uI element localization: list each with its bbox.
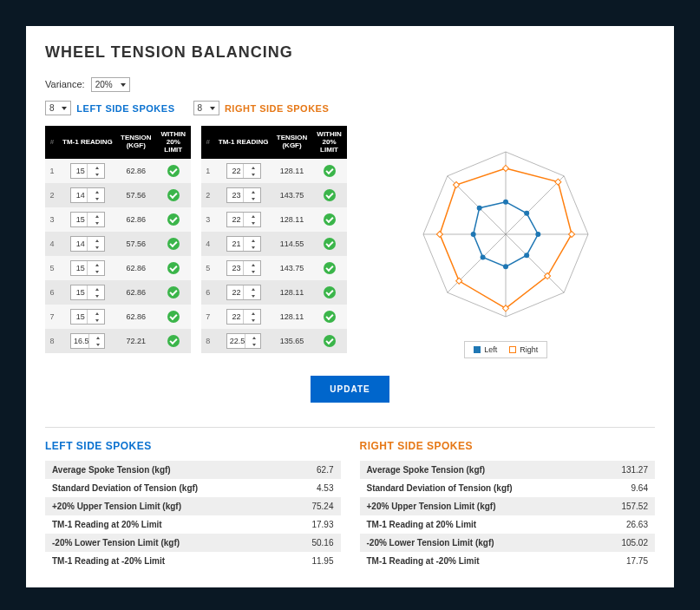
- stepper-up-icon[interactable]: [246, 237, 260, 244]
- svg-point-19: [524, 253, 529, 258]
- chevron-down-icon: [210, 107, 215, 110]
- right-reading-input[interactable]: 21: [226, 236, 261, 252]
- chevron-down-icon: [121, 83, 126, 87]
- stepper-down-icon[interactable]: [248, 341, 259, 348]
- right-reading-input[interactable]: 22: [226, 285, 261, 300]
- stepper-up-icon[interactable]: [90, 285, 104, 292]
- tension-value: 143.75: [272, 183, 312, 207]
- right-reading-input[interactable]: 23: [226, 260, 261, 276]
- row-index: 6: [45, 280, 59, 305]
- tension-value: 128.11: [272, 207, 312, 232]
- svg-point-17: [524, 211, 529, 216]
- check-icon: [324, 189, 336, 201]
- left-reading-input[interactable]: 15: [70, 212, 105, 227]
- stepper-up-icon[interactable]: [90, 237, 104, 244]
- tension-value: 57.56: [116, 232, 156, 256]
- table-row: 61562.86: [45, 280, 191, 305]
- stepper-up-icon[interactable]: [90, 261, 104, 268]
- svg-point-22: [471, 232, 476, 237]
- stepper-down-icon[interactable]: [246, 244, 260, 251]
- stat-row: Average Spoke Tension (kgf)62.7: [45, 461, 341, 479]
- svg-rect-14: [437, 231, 443, 237]
- row-index: 3: [45, 207, 59, 232]
- stat-row: +20% Upper Tension Limit (kgf)157.52: [360, 497, 656, 515]
- stat-row: TM-1 Reading at -20% Limit17.75: [360, 552, 656, 570]
- right-reading-input[interactable]: 22: [226, 309, 261, 325]
- stepper-up-icon[interactable]: [246, 285, 260, 292]
- stepper-up-icon[interactable]: [90, 213, 104, 220]
- stepper-up-icon[interactable]: [90, 310, 104, 317]
- check-icon: [167, 335, 180, 347]
- stepper-down-icon[interactable]: [90, 268, 104, 275]
- tension-value: 128.11: [272, 305, 312, 329]
- stat-row: Average Spoke Tension (kgf)131.27: [360, 461, 656, 479]
- right-count-select[interactable]: 8: [193, 101, 219, 115]
- table-row: 816.572.21: [45, 329, 191, 353]
- main-panel: WHEEL TENSION BALANCING Variance: 20% 8 …: [26, 26, 674, 587]
- chart-legend: Left Right: [464, 341, 547, 358]
- left-count-select[interactable]: 8: [45, 101, 71, 115]
- row-index: 3: [201, 207, 215, 232]
- stepper-up-icon[interactable]: [246, 164, 260, 171]
- left-reading-input[interactable]: 15: [70, 163, 105, 179]
- left-reading-input[interactable]: 15: [70, 309, 105, 325]
- right-reading-input[interactable]: 22.5: [226, 333, 261, 349]
- stepper-down-icon[interactable]: [246, 317, 260, 324]
- left-reading-input[interactable]: 14: [70, 187, 105, 203]
- check-icon: [167, 286, 180, 298]
- stepper-down-icon[interactable]: [246, 220, 260, 226]
- row-index: 1: [45, 159, 59, 183]
- stepper-up-icon[interactable]: [92, 334, 103, 341]
- stepper-down-icon[interactable]: [90, 244, 104, 251]
- check-icon: [324, 311, 336, 323]
- left-reading-input[interactable]: 16.5: [70, 333, 105, 349]
- check-icon: [167, 238, 180, 250]
- stepper-down-icon[interactable]: [246, 195, 260, 202]
- right-spokes-heading: RIGHT SIDE SPOKES: [225, 103, 329, 114]
- left-reading-input[interactable]: 15: [70, 260, 105, 276]
- check-icon: [324, 165, 336, 177]
- update-button[interactable]: UPDATE: [311, 376, 389, 403]
- table-row: 41457.56: [45, 232, 191, 256]
- variance-row: Variance: 20%: [45, 77, 655, 92]
- stepper-down-icon[interactable]: [90, 171, 104, 178]
- stepper-down-icon[interactable]: [90, 317, 104, 324]
- right-reading-input[interactable]: 22: [226, 212, 261, 227]
- table-row: 322128.11: [201, 207, 347, 232]
- stepper-down-icon[interactable]: [90, 220, 104, 226]
- check-icon: [324, 335, 336, 347]
- row-index: 4: [201, 232, 215, 256]
- stepper-up-icon[interactable]: [246, 188, 260, 195]
- stepper-up-icon[interactable]: [90, 164, 104, 171]
- stepper-down-icon[interactable]: [90, 292, 104, 299]
- left-reading-input[interactable]: 14: [70, 236, 105, 252]
- check-icon: [167, 262, 180, 274]
- stepper-up-icon[interactable]: [246, 310, 260, 317]
- stepper-down-icon[interactable]: [246, 171, 260, 178]
- right-reading-input[interactable]: 22: [226, 163, 261, 179]
- stepper-up-icon[interactable]: [246, 261, 260, 268]
- table-row: 71562.86: [45, 305, 191, 329]
- stepper-up-icon[interactable]: [90, 188, 104, 195]
- stepper-down-icon[interactable]: [246, 292, 260, 299]
- svg-rect-8: [503, 165, 509, 171]
- variance-select[interactable]: 20%: [91, 77, 130, 92]
- row-index: 2: [45, 183, 59, 207]
- stepper-up-icon[interactable]: [246, 213, 260, 220]
- svg-point-16: [503, 200, 508, 205]
- svg-point-20: [503, 264, 508, 269]
- tension-value: 62.86: [116, 256, 156, 280]
- left-reading-input[interactable]: 15: [70, 285, 105, 300]
- stat-row: +20% Upper Tension Limit (kgf)75.24: [45, 497, 341, 515]
- stepper-down-icon[interactable]: [246, 268, 260, 275]
- stats-section: LEFT SIDE SPOKES Average Spoke Tension (…: [45, 440, 655, 570]
- stepper-down-icon[interactable]: [90, 195, 104, 202]
- right-reading-input[interactable]: 23: [226, 187, 261, 203]
- stepper-down-icon[interactable]: [92, 341, 103, 348]
- stepper-up-icon[interactable]: [248, 334, 259, 341]
- divider: [45, 427, 655, 428]
- stat-row: Standard Deviation of Tension (kgf)4.53: [45, 479, 341, 497]
- svg-point-21: [481, 254, 486, 259]
- table-row: 523143.75: [201, 256, 347, 280]
- tension-value: 62.86: [116, 159, 156, 183]
